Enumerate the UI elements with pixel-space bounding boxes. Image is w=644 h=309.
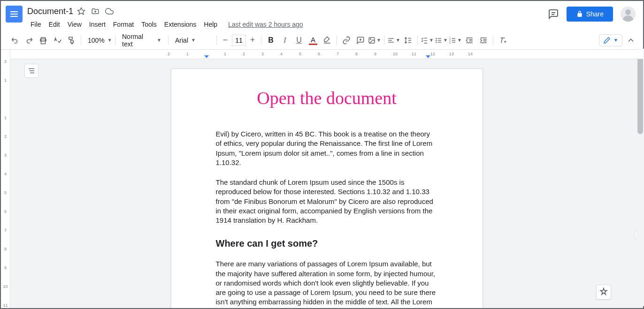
font-size-input[interactable] <box>232 35 246 46</box>
paragraph-2[interactable]: The standard chunk of Lorem Ipsum used s… <box>216 178 438 225</box>
svg-point-13 <box>436 40 437 40</box>
svg-point-12 <box>436 38 437 38</box>
checklist-button[interactable]: ▼ <box>421 34 434 47</box>
toolbar: 100%▼ Normal text▼ Arial▼ − + B I U A ▼ … <box>1 31 643 50</box>
editing-mode-button[interactable]: ▼ <box>599 34 622 46</box>
app-header: Document-1 File Edit View Insert Format … <box>1 1 643 31</box>
collapse-toolbar-button[interactable] <box>626 36 636 45</box>
decrease-font-size-button[interactable]: − <box>220 35 231 46</box>
outline-toggle-button[interactable] <box>24 64 38 78</box>
menu-view[interactable]: View <box>64 19 85 30</box>
indent-marker-right[interactable] <box>426 55 430 58</box>
scrollbar-track[interactable] <box>636 49 644 306</box>
paragraph-style-select[interactable]: Normal text▼ <box>118 32 165 49</box>
document-area[interactable]: 2 1 1 2 3 4 5 6 7 8 9 10 11 12 13 14 <box>10 50 643 309</box>
italic-button[interactable]: I <box>278 34 291 47</box>
menu-format[interactable]: Format <box>110 19 137 30</box>
paragraph-1[interactable]: Evil) by Cicero, written in 45 BC. This … <box>216 129 438 167</box>
underline-button[interactable]: U <box>292 34 306 47</box>
insert-image-button[interactable]: ▼ <box>368 34 381 47</box>
star-icon[interactable] <box>77 7 85 15</box>
zoom-select[interactable]: 100%▼ <box>84 36 112 45</box>
scrollbar-thumb[interactable] <box>637 50 643 134</box>
menu-help[interactable]: Help <box>200 19 221 30</box>
svg-point-4 <box>625 9 631 15</box>
cloud-status-icon[interactable] <box>105 7 114 15</box>
horizontal-ruler[interactable]: 2 1 1 2 3 4 5 6 7 8 9 10 11 12 13 14 <box>10 50 643 59</box>
title-area: Document-1 File Edit View Insert Format … <box>27 5 548 31</box>
line-spacing-button[interactable] <box>401 34 414 47</box>
undo-button[interactable] <box>8 34 22 47</box>
menu-edit[interactable]: Edit <box>46 19 63 30</box>
svg-text:3: 3 <box>449 41 451 44</box>
vertical-ruler[interactable]: 2 1 1 2 3 4 5 6 7 8 9 10 11 <box>1 50 10 309</box>
paint-format-button[interactable] <box>65 34 78 47</box>
share-label: Share <box>586 10 604 18</box>
document-title[interactable]: Document-1 <box>27 7 73 16</box>
document-page[interactable]: Open the document Evil) by Cicero, writt… <box>171 68 483 309</box>
menu-tools[interactable]: Tools <box>138 19 160 30</box>
comments-icon[interactable] <box>548 8 559 20</box>
last-edit-link[interactable]: Last edit was 2 hours ago <box>228 21 303 28</box>
svg-rect-6 <box>41 41 46 44</box>
subheading[interactable]: Where can I get some? <box>216 238 438 249</box>
text-color-button[interactable]: A <box>307 34 320 47</box>
insert-link-button[interactable] <box>340 34 353 47</box>
pencil-icon <box>603 37 611 44</box>
lock-icon <box>576 10 583 18</box>
menu-file[interactable]: File <box>27 19 45 30</box>
explore-button[interactable] <box>596 285 611 300</box>
bullet-list-button[interactable]: ▼ <box>435 34 448 47</box>
bold-button[interactable]: B <box>264 34 277 47</box>
menu-insert[interactable]: Insert <box>86 19 109 30</box>
print-button[interactable] <box>37 34 50 47</box>
docs-logo-icon <box>6 6 23 23</box>
increase-font-size-button[interactable]: + <box>247 35 258 46</box>
svg-marker-0 <box>78 8 85 15</box>
menu-bar: File Edit View Insert Format Tools Exten… <box>27 18 548 31</box>
svg-point-14 <box>436 42 437 42</box>
numbered-list-button[interactable]: 123▼ <box>449 34 462 47</box>
redo-button[interactable] <box>23 34 36 47</box>
spellcheck-button[interactable] <box>51 34 64 47</box>
share-button[interactable]: Share <box>567 7 613 22</box>
move-icon[interactable] <box>91 7 100 15</box>
add-comment-button[interactable] <box>354 34 367 47</box>
paragraph-3[interactable]: There are many variations of passages of… <box>216 259 438 309</box>
font-select[interactable]: Arial▼ <box>171 36 214 45</box>
user-avatar[interactable] <box>621 7 636 22</box>
clear-formatting-button[interactable] <box>496 34 509 47</box>
font-size-control: − + <box>220 35 258 46</box>
docs-logo[interactable] <box>5 5 23 23</box>
menu-extensions[interactable]: Extensions <box>161 19 199 30</box>
decrease-indent-button[interactable] <box>463 34 476 47</box>
document-heading[interactable]: Open the document <box>216 88 438 108</box>
highlight-color-button[interactable] <box>321 34 334 47</box>
align-button[interactable]: ▼ <box>387 34 400 47</box>
increase-indent-button[interactable] <box>477 34 490 47</box>
svg-point-8 <box>370 38 371 39</box>
workspace: 2 1 1 2 3 4 5 6 7 8 9 10 11 2 1 1 2 3 4 <box>1 50 643 309</box>
indent-marker-left[interactable] <box>204 55 209 58</box>
